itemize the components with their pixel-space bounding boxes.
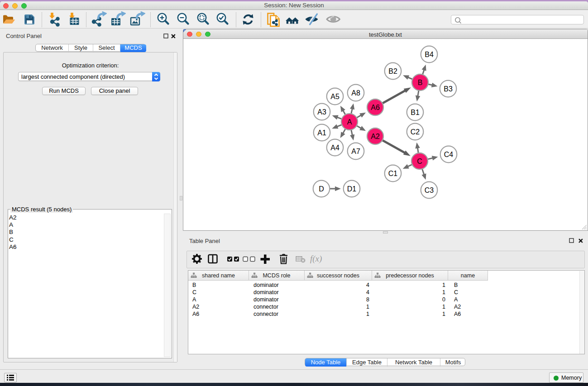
- svg-text:D: D: [319, 185, 324, 193]
- svg-text:C3: C3: [425, 186, 434, 194]
- svg-text:C1: C1: [388, 170, 398, 177]
- svg-text:A1: A1: [317, 129, 326, 137]
- svg-text:B: B: [418, 79, 423, 86]
- svg-text:B4: B4: [425, 51, 434, 58]
- svg-text:A8: A8: [351, 89, 360, 97]
- svg-text:A2: A2: [371, 133, 380, 140]
- svg-text:A5: A5: [330, 93, 339, 100]
- svg-text:C2: C2: [411, 128, 420, 136]
- svg-text:A6: A6: [371, 104, 380, 111]
- svg-text:A3: A3: [317, 108, 326, 116]
- svg-text:C4: C4: [444, 151, 454, 158]
- svg-text:A4: A4: [330, 144, 339, 152]
- svg-text:B1: B1: [411, 109, 420, 116]
- svg-text:D1: D1: [347, 185, 357, 193]
- svg-text:B3: B3: [444, 85, 453, 93]
- svg-text:C: C: [417, 157, 422, 165]
- svg-text:A: A: [347, 118, 352, 126]
- svg-text:A7: A7: [351, 148, 360, 155]
- svg-text:B2: B2: [388, 67, 397, 75]
